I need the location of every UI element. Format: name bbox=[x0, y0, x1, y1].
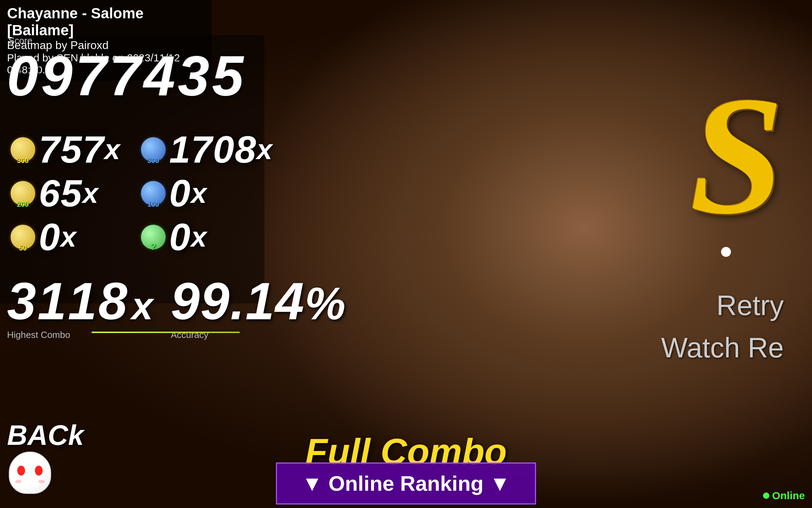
hit-row-3: 50 0 x ? 0 x bbox=[7, 218, 268, 256]
hit-x-300b: x bbox=[257, 135, 272, 164]
accuracy-value: 99.14 bbox=[171, 275, 304, 327]
icon-50-wrap: 50 bbox=[7, 223, 39, 251]
hit-x-50: x bbox=[61, 223, 76, 251]
grade-s: S bbox=[690, 71, 784, 240]
hit-count-300: 757 bbox=[39, 131, 104, 169]
bottom-stats: 3118 x Highest Combo 99.14 % Accuracy bbox=[7, 275, 345, 340]
icon-200: 200 bbox=[11, 181, 35, 206]
hit-row-2: 200 65 x 100 0 x bbox=[7, 174, 268, 212]
icon-300b: 300 bbox=[141, 137, 166, 162]
icon-300b-wrap: 300 bbox=[137, 135, 169, 164]
hit-col-300: 300 757 x bbox=[7, 131, 137, 169]
hit-col-200: 200 65 x bbox=[7, 174, 137, 212]
white-dot bbox=[721, 247, 731, 257]
hit-x-miss: x bbox=[191, 223, 207, 251]
song-title: Chayanne - Salome [Bailame] bbox=[7, 5, 204, 39]
icon-miss-label: ? bbox=[150, 241, 156, 252]
online-indicator: Online bbox=[763, 490, 805, 502]
hit-count-50: 0 bbox=[39, 218, 61, 256]
icon-300b-label: 300 bbox=[147, 157, 159, 165]
icon-200-label: 200 bbox=[17, 200, 29, 208]
hit-count-200: 65 bbox=[39, 174, 82, 212]
combo-label: Highest Combo bbox=[7, 329, 153, 340]
score-area: Score 0977435 bbox=[7, 35, 246, 104]
watch-replay-button[interactable]: Watch Re bbox=[661, 332, 784, 364]
online-ranking-label: ▼ Online Ranking ▼ bbox=[302, 472, 510, 495]
icon-100-wrap: 100 bbox=[137, 179, 169, 207]
divider-line bbox=[92, 332, 240, 333]
hit-x-100: x bbox=[191, 179, 207, 207]
hit-col-50: 50 0 x bbox=[7, 218, 137, 256]
online-dot bbox=[763, 492, 769, 499]
hit-count-100: 0 bbox=[169, 174, 191, 212]
hit-col-miss: ? 0 x bbox=[137, 218, 268, 256]
icon-300-wrap: 300 bbox=[7, 135, 39, 164]
accuracy-symbol: % bbox=[305, 280, 346, 326]
hit-row-1: 300 757 x 300 1708 x bbox=[7, 131, 268, 169]
combo-value: 3118 bbox=[7, 275, 129, 327]
accuracy-block: 99.14 % Accuracy bbox=[171, 275, 345, 340]
retry-button[interactable]: Retry bbox=[716, 289, 784, 322]
hit-col-300b: 300 1708 x bbox=[137, 131, 268, 169]
combo-x: x bbox=[131, 286, 153, 325]
hit-count-300b: 1708 bbox=[169, 131, 257, 169]
icon-miss: ? bbox=[141, 225, 166, 249]
accuracy-label: Accuracy bbox=[171, 329, 345, 340]
icon-300-label: 300 bbox=[17, 157, 29, 165]
back-mascot bbox=[7, 448, 53, 494]
hit-col-100: 100 0 x bbox=[137, 174, 268, 212]
hit-x-200: x bbox=[82, 179, 98, 207]
icon-50: 50 bbox=[11, 225, 35, 249]
score-value: 0977435 bbox=[7, 48, 246, 104]
hits-grid: 300 757 x 300 1708 x 200 65 x bbox=[7, 131, 268, 262]
icon-miss-wrap: ? bbox=[137, 223, 169, 251]
back-button[interactable]: BACk bbox=[7, 419, 84, 494]
online-ranking-button[interactable]: ▼ Online Ranking ▼ bbox=[276, 462, 536, 504]
back-label: BACk bbox=[7, 419, 84, 452]
icon-50-label: 50 bbox=[19, 244, 27, 252]
icon-100: 100 bbox=[141, 181, 166, 206]
online-label: Online bbox=[772, 490, 805, 502]
icon-300: 300 bbox=[11, 137, 35, 162]
hit-x-300: x bbox=[104, 135, 120, 164]
combo-block: 3118 x Highest Combo bbox=[7, 275, 153, 340]
icon-200-wrap: 200 bbox=[7, 179, 39, 207]
icon-100-label: 100 bbox=[147, 200, 159, 208]
hit-count-miss: 0 bbox=[169, 218, 191, 256]
